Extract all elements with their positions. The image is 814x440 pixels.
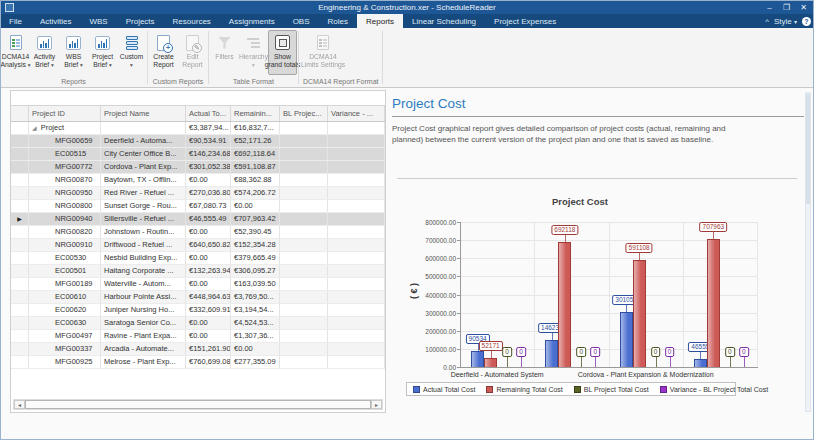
chart-bar	[707, 239, 720, 367]
table-row[interactable]: NRG00870Baytown, TX - Offlin...€0.00€88,…	[11, 174, 385, 187]
chart-bar	[633, 260, 646, 367]
minimize-button[interactable]: –	[761, 0, 778, 14]
table-row[interactable]: NRG00820Johnstown - Routin...€0.00€52,39…	[11, 226, 385, 239]
legend-label: Variance - BL Project Total Cost	[670, 386, 768, 393]
bar-value-label: 52171	[479, 341, 503, 351]
expand-collapse-icon[interactable]: ◢	[32, 125, 37, 131]
table-row[interactable]: NRG00950Red River - Refuel ...€270,036.8…	[11, 187, 385, 200]
y-tick-label: 100000.00	[416, 345, 456, 352]
tab-obs[interactable]: OBS	[284, 14, 319, 28]
y-tick-label: 600000.00	[416, 255, 456, 262]
close-button[interactable]: ✕	[795, 0, 812, 14]
dcma14-analysis-button[interactable]: DCMA14Analysis ▾	[1, 30, 30, 75]
row-indicator	[11, 291, 29, 303]
table-row[interactable]: ▶NRG00940Sillersville - Refuel ...€46,55…	[11, 213, 385, 226]
tab-project-expenses[interactable]: Project Expenses	[485, 14, 565, 28]
table-row[interactable]: EC00630Saratoga Senior Co...€0.00€4,524,…	[11, 317, 385, 330]
x-axis-label: Deerfield - Automated System	[451, 371, 544, 378]
table-row[interactable]: MFG00189Waterville - Autom...€0.00€163,0…	[11, 278, 385, 291]
bar-value-label: 0	[665, 347, 675, 357]
table-row[interactable]: NRG00800Sunset Gorge - Rou...€67,080.73€…	[11, 200, 385, 213]
ribbon-group-label: Custom Reports	[149, 76, 207, 87]
wbs-brief-button[interactable]: WBSBrief ▾	[59, 30, 88, 75]
table-row[interactable]: MFG00772Cordova - Plant Exp...€301,052.3…	[11, 161, 385, 174]
tab-assignments[interactable]: Assignments	[220, 14, 284, 28]
horizontal-scrollbar[interactable]: ◂ ▸	[13, 399, 383, 410]
tab-activities[interactable]: Activities	[31, 14, 81, 28]
legend-swatch	[413, 386, 420, 393]
window-title: Engineering & Construction.xer - Schedul…	[0, 3, 814, 12]
table-row[interactable]: EC00610Harbour Pointe Assi...€448,964.63…	[11, 291, 385, 304]
table-row[interactable]: EC00530Nesbid Building Exp...€0.00€379,6…	[11, 252, 385, 265]
y-tick-label: 700000.00	[416, 237, 456, 244]
row-indicator	[11, 135, 29, 147]
show-grand-totals-button[interactable]: Showgrand totals	[268, 30, 297, 75]
bar-value-label: 707963	[700, 222, 728, 232]
custom-button[interactable]: Custom ▾	[117, 30, 146, 75]
titlebar: Engineering & Construction.xer - Schedul…	[0, 0, 814, 14]
filter-funnel-icon	[218, 37, 231, 49]
bar-value-label: 591108	[626, 243, 653, 253]
label-leader-line	[744, 357, 745, 367]
scroll-right-icon[interactable]: ▸	[371, 400, 382, 409]
label-leader-line	[730, 357, 731, 367]
column-header-3[interactable]: Remainin...	[231, 106, 280, 121]
checklist-icon	[10, 35, 22, 50]
chart-legend: Actual Total CostRemaining Total CostBL …	[406, 382, 736, 396]
row-indicator	[11, 356, 29, 368]
tab-linear-scheduling[interactable]: Linear Scheduling	[403, 14, 485, 28]
project-brief-button[interactable]: ProjectBrief ▾	[88, 30, 117, 75]
column-header-1[interactable]: Project Name	[101, 106, 186, 121]
table-row[interactable]: EC00501Haitang Corporate ...€132,263.94€…	[11, 265, 385, 278]
row-indicator	[11, 148, 29, 160]
tab-projects[interactable]: Projects	[117, 14, 164, 28]
restore-button[interactable]: ❐	[778, 0, 795, 14]
table-group-row[interactable]: ◢Project€3,387,94...€16,832,7...	[11, 122, 385, 135]
table-row[interactable]: MFG00497Ravine - Plant Expa...€0.00€1,30…	[11, 330, 385, 343]
chevron-down-icon: ▾	[80, 62, 83, 68]
activity-brief-button[interactable]: ActivityBrief ▾	[30, 30, 59, 75]
vertical-scrollbar[interactable]	[805, 92, 811, 412]
ribbon-group-separator	[382, 31, 383, 84]
label-leader-line	[552, 333, 553, 340]
collapse-ribbon-icon[interactable]: ^	[765, 17, 769, 26]
table-header-row: Project IDProject NameActual To...Remain…	[11, 105, 385, 122]
table-row[interactable]: EC00515City Center Office B...€146,234.6…	[11, 148, 385, 161]
label-leader-line	[656, 357, 657, 367]
y-tick-label: 0.00	[416, 364, 456, 371]
help-icon[interactable]: ?	[802, 17, 811, 26]
ribbon: DCMA14Analysis ▾ActivityBrief ▾WBSBrief …	[0, 28, 814, 88]
chevron-down-icon: ▾	[252, 62, 255, 68]
y-tick-label: 800000.00	[416, 219, 456, 226]
table-row[interactable]: MFG00659Deerfield - Automa...€90,534.91€…	[11, 135, 385, 148]
table-row[interactable]: MFG00337Arcadia - Automate...€151,261.90…	[11, 343, 385, 356]
y-axis-line	[460, 222, 461, 367]
label-leader-line	[626, 305, 627, 312]
table-row[interactable]: EC00620Juniper Nursing Ho...€332,609.91€…	[11, 304, 385, 317]
column-header-5[interactable]: Variance - ...	[328, 106, 385, 121]
tab-roles[interactable]: Roles	[319, 14, 357, 28]
filters-button: Filters	[210, 30, 239, 75]
create-report-button[interactable]: +CreateReport	[149, 30, 178, 75]
table-row[interactable]: NRG00910Driftwood - Refuel ...€640,650.8…	[11, 239, 385, 252]
gridline	[757, 222, 758, 367]
column-header-4[interactable]: BL Projec...	[280, 106, 328, 121]
bar-chart-icon	[37, 36, 52, 50]
bar-chart-icon	[66, 36, 81, 50]
tab-resources[interactable]: Resources	[164, 14, 220, 28]
scrollbar-thumb[interactable]	[25, 400, 371, 409]
column-header-2[interactable]: Actual To...	[186, 106, 231, 121]
style-menu[interactable]: Style ▾	[774, 17, 797, 26]
row-indicator	[11, 317, 29, 329]
legend-label: Remaining Total Cost	[496, 386, 562, 393]
edit-report-icon: ✎	[186, 35, 199, 51]
row-indicator	[11, 343, 29, 355]
table-row[interactable]: MFG00925Melrose - Plant Exp...€760,699.0…	[11, 356, 385, 369]
tab-wbs[interactable]: WBS	[80, 14, 116, 28]
tab-reports[interactable]: Reports	[357, 14, 403, 28]
tab-file[interactable]: File	[0, 14, 31, 28]
report-divider	[397, 178, 797, 179]
grand-totals-icon	[275, 35, 290, 50]
scroll-left-icon[interactable]: ◂	[14, 400, 25, 409]
column-header-0[interactable]: Project ID	[29, 106, 101, 121]
